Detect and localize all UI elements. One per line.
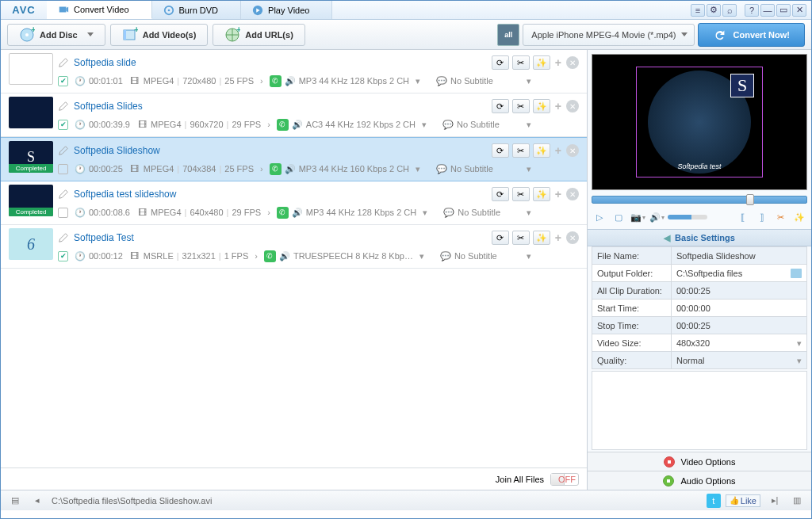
chevron-right-icon[interactable]: › xyxy=(260,164,263,174)
help-icon[interactable]: ? xyxy=(745,4,759,17)
chevron-down-icon[interactable]: ▾ xyxy=(422,120,427,130)
remove-icon[interactable]: ✕ xyxy=(566,100,579,113)
add-icon[interactable]: + xyxy=(555,188,561,200)
chevron-down-icon[interactable]: ▾ xyxy=(527,120,531,130)
checkbox[interactable]: ✔ xyxy=(58,251,68,261)
stop-value[interactable]: 00:00:25 xyxy=(672,317,807,334)
file-title[interactable]: Softpedia Slideshow xyxy=(74,145,160,156)
checkbox[interactable]: ✔ xyxy=(58,208,68,218)
scissors-icon[interactable]: ✂ xyxy=(512,187,530,201)
filename-value[interactable]: Softpedia Slideshow xyxy=(672,247,807,265)
chevron-right-icon[interactable]: › xyxy=(260,76,263,86)
tab-play-video[interactable]: Play Video xyxy=(241,1,332,19)
chevron-left-icon[interactable]: ◂ xyxy=(29,494,45,508)
minimize-button[interactable]: — xyxy=(760,4,775,17)
edit-icon[interactable] xyxy=(58,232,69,243)
output-profile-select[interactable]: Apple iPhone MPEG-4 Movie (*.mp4) xyxy=(523,24,694,46)
thumbnail[interactable]: Completed xyxy=(9,185,53,216)
thumbnail[interactable] xyxy=(9,97,53,128)
add-icon[interactable]: + xyxy=(555,56,561,69)
checkbox[interactable]: ✔ xyxy=(58,120,68,130)
scissors-icon[interactable]: ✂ xyxy=(512,99,530,113)
remove-icon[interactable]: ✕ xyxy=(566,144,579,157)
add-icon[interactable]: + xyxy=(555,100,561,113)
thumbnail[interactable]: SCompleted xyxy=(9,141,53,173)
remove-icon[interactable]: ✕ xyxy=(566,56,579,69)
magic-wand-icon[interactable]: ✨ xyxy=(791,210,807,224)
chevron-down-icon[interactable]: ▾ xyxy=(423,208,427,218)
vsize-select[interactable]: 480x320 xyxy=(672,334,807,352)
refresh-icon[interactable]: ⟳ xyxy=(492,187,509,201)
chevron-down-icon[interactable]: ▾ xyxy=(416,164,420,174)
file-item[interactable]: SCompletedSoftpedia Slideshow⟳✂✨+✕✔🕐00:0… xyxy=(1,137,587,181)
scissors-icon[interactable]: ✂ xyxy=(512,55,530,70)
bracket-left-icon[interactable]: ⟦ xyxy=(734,210,750,224)
edit-icon[interactable] xyxy=(58,101,69,112)
refresh-icon[interactable]: ⟳ xyxy=(492,99,509,113)
bracket-right-icon[interactable]: ⟧ xyxy=(753,210,769,224)
file-item[interactable]: 6Softpedia Test⟳✂✨+✕✔🕐00:00:12🎞MSRLE|321… xyxy=(1,225,587,269)
convert-now-button[interactable]: Convert Now! xyxy=(698,23,806,47)
thumbnail[interactable]: 6 xyxy=(9,228,53,260)
file-title[interactable]: Softpedia Slides xyxy=(74,101,143,112)
file-title[interactable]: Softpedia slide xyxy=(74,57,136,68)
edit-icon[interactable] xyxy=(58,189,69,200)
chevron-down-icon[interactable]: ▾ xyxy=(416,76,420,86)
tab-convert-video[interactable]: Convert Video xyxy=(47,1,152,19)
wand-icon[interactable]: ✨ xyxy=(533,143,550,158)
chevron-down-icon[interactable]: ▾ xyxy=(527,208,531,218)
checkbox[interactable]: ✔ xyxy=(58,76,68,86)
chevron-right-icon[interactable]: › xyxy=(255,251,258,261)
list-layout-icon[interactable]: ▤ xyxy=(7,494,23,508)
quality-select[interactable]: Normal xyxy=(672,352,807,369)
refresh-icon[interactable]: ⟳ xyxy=(492,55,509,70)
remove-icon[interactable]: ✕ xyxy=(566,188,579,200)
edit-icon[interactable] xyxy=(58,57,69,68)
snapshot-icon[interactable]: 📷 xyxy=(630,210,645,224)
cut-icon[interactable]: ✂ xyxy=(772,210,788,224)
checkbox[interactable]: ✔ xyxy=(58,164,68,174)
chevron-down-icon[interactable]: ▾ xyxy=(419,251,424,261)
list-alt-icon[interactable]: ▥ xyxy=(789,494,805,508)
wand-icon[interactable]: ✨ xyxy=(533,55,550,70)
facebook-like-button[interactable]: 👍 Like xyxy=(726,494,760,507)
file-item[interactable]: Softpedia Slides⟳✂✨+✕✔🕐00:00:39.9🎞MPEG4|… xyxy=(1,93,587,137)
gear-icon[interactable]: ⚙ xyxy=(707,4,721,17)
menu-icon[interactable]: ≡ xyxy=(691,4,705,17)
scissors-icon[interactable]: ✂ xyxy=(512,143,530,158)
add-videos-button[interactable]: + Add Video(s) xyxy=(110,24,209,46)
video-options-row[interactable]: Video Options xyxy=(588,452,811,471)
refresh-icon[interactable]: ⟳ xyxy=(492,143,509,158)
play-icon[interactable]: ▷ xyxy=(592,210,607,224)
maximize-button[interactable]: ▭ xyxy=(776,4,791,17)
file-item[interactable]: CompletedSoftpedia test slideshow⟳✂✨+✕✔🕐… xyxy=(1,181,587,225)
volume-slider[interactable] xyxy=(668,215,707,219)
file-title[interactable]: Softpedia test slideshow xyxy=(74,189,176,200)
stop-icon[interactable]: ▢ xyxy=(611,210,626,224)
go-end-icon[interactable]: ▸| xyxy=(767,494,783,508)
search-icon[interactable]: ⌕ xyxy=(722,4,737,17)
close-button[interactable]: ✕ xyxy=(792,4,806,17)
refresh-icon[interactable]: ⟳ xyxy=(492,231,509,245)
chevron-down-icon[interactable]: ▾ xyxy=(527,251,531,261)
chevron-right-icon[interactable]: › xyxy=(267,120,270,129)
twitter-icon[interactable]: t xyxy=(707,494,721,508)
profile-category-icon[interactable]: all xyxy=(497,24,519,46)
folder-icon[interactable] xyxy=(791,269,802,278)
join-toggle[interactable]: OFF xyxy=(550,473,579,486)
file-item[interactable]: Softpedia slide⟳✂✨+✕✔🕐00:01:01🎞MPEG4|720… xyxy=(1,50,587,93)
seek-bar[interactable] xyxy=(592,196,807,204)
add-disc-button[interactable]: + Add Disc xyxy=(7,24,105,46)
preview-area[interactable]: S Softpedia test xyxy=(592,54,807,190)
wand-icon[interactable]: ✨ xyxy=(533,231,550,245)
audio-options-row[interactable]: Audio Options xyxy=(588,471,811,490)
start-value[interactable]: 00:00:00 xyxy=(672,300,807,317)
chevron-right-icon[interactable]: › xyxy=(267,208,270,217)
volume-icon[interactable]: 🔊 xyxy=(649,210,665,224)
file-title[interactable]: Softpedia Test xyxy=(74,232,134,243)
wand-icon[interactable]: ✨ xyxy=(533,99,550,113)
remove-icon[interactable]: ✕ xyxy=(566,231,579,244)
chevron-down-icon[interactable]: ▾ xyxy=(527,76,531,86)
wand-icon[interactable]: ✨ xyxy=(533,187,550,201)
thumbnail[interactable] xyxy=(9,53,53,85)
